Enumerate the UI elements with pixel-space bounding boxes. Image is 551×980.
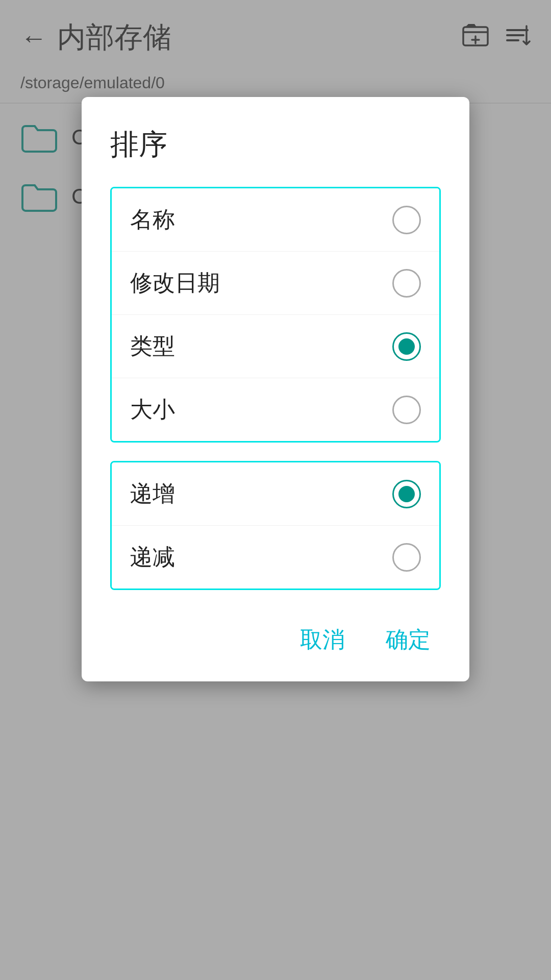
- sort-by-group: 名称 修改日期 类型 大小: [110, 187, 441, 443]
- cancel-button[interactable]: 取消: [290, 619, 355, 661]
- dialog-title: 排序: [110, 126, 441, 164]
- option-date-label: 修改日期: [130, 268, 220, 298]
- option-date[interactable]: 修改日期: [112, 252, 439, 315]
- sort-dialog: 排序 名称 修改日期 类型: [82, 97, 469, 681]
- option-type-radio[interactable]: [392, 332, 421, 361]
- option-name-radio[interactable]: [392, 206, 421, 234]
- option-desc[interactable]: 递减: [112, 526, 439, 589]
- option-size-radio[interactable]: [392, 396, 421, 424]
- option-size-label: 大小: [130, 395, 175, 425]
- option-asc-radio[interactable]: [392, 480, 421, 508]
- option-asc-label: 递增: [130, 479, 175, 509]
- page: ← 内部存储: [0, 0, 551, 980]
- confirm-button[interactable]: 确定: [375, 619, 441, 661]
- option-size[interactable]: 大小: [112, 378, 439, 441]
- option-desc-radio[interactable]: [392, 543, 421, 572]
- sort-order-group: 递增 递减: [110, 461, 441, 590]
- option-desc-label: 递减: [130, 542, 175, 572]
- option-asc[interactable]: 递增: [112, 462, 439, 526]
- option-type[interactable]: 类型: [112, 315, 439, 378]
- option-type-label: 类型: [130, 331, 175, 361]
- option-date-radio[interactable]: [392, 269, 421, 298]
- dialog-buttons: 取消 确定: [110, 608, 441, 661]
- dialog-container: 排序 名称 修改日期 类型: [82, 97, 469, 681]
- option-name[interactable]: 名称: [112, 188, 439, 252]
- option-name-label: 名称: [130, 205, 175, 235]
